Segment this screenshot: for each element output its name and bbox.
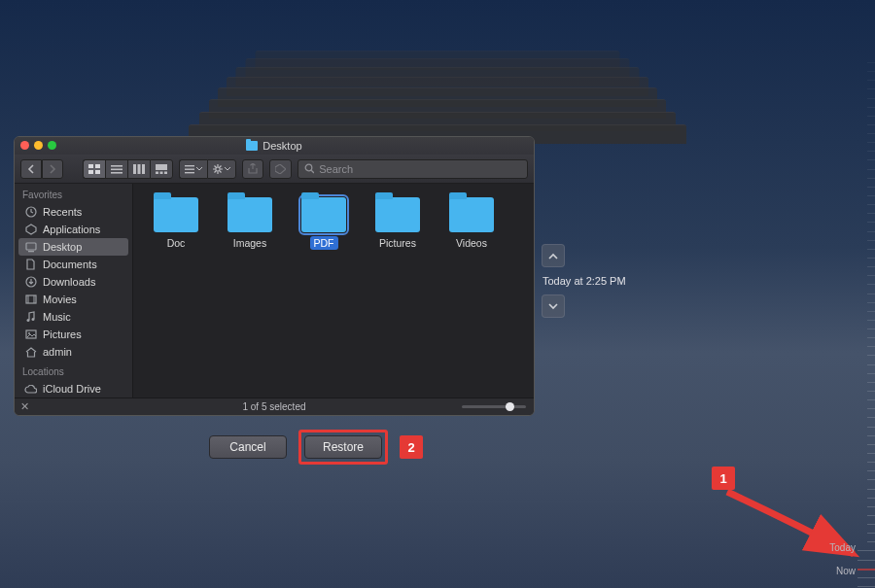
chevron-down-icon [548, 303, 558, 310]
window-controls [20, 141, 56, 150]
folder-pictures[interactable]: Pictures [363, 197, 433, 250]
sidebar-item-music[interactable]: Music [15, 308, 132, 326]
timeline-nav: Today at 2:25 PM [542, 244, 626, 318]
folder-icon [246, 141, 258, 151]
sidebar-item-label: iCloud Drive [43, 383, 101, 395]
download-icon [24, 276, 37, 288]
clock-icon [24, 206, 37, 218]
view-list-button[interactable] [105, 159, 127, 179]
svg-rect-10 [156, 164, 167, 170]
sidebar-item-pictures[interactable]: Pictures [15, 326, 132, 343]
svg-line-27 [311, 170, 314, 173]
folder-label: Videos [452, 236, 491, 250]
sidebar-item-applications[interactable]: Applications [15, 221, 132, 238]
chevron-right-icon [49, 164, 56, 174]
sidebar-section-locations: Locations [15, 361, 132, 380]
timeline-next-button[interactable] [542, 294, 565, 318]
sidebar-item-admin[interactable]: admin [15, 343, 132, 361]
app-icon [24, 224, 37, 235]
svg-rect-1 [95, 164, 100, 168]
sidebar-item-label: Desktop [43, 241, 82, 253]
timeline-timestamp: Today at 2:25 PM [542, 275, 626, 287]
minimize-window-icon[interactable] [34, 141, 43, 150]
cancel-button[interactable]: Cancel [209, 435, 287, 459]
desktop-icon [24, 241, 37, 253]
svg-line-22 [215, 165, 217, 167]
sidebar-item-recents[interactable]: Recents [15, 203, 132, 221]
sidebar-item-label: Movies [43, 294, 77, 305]
search-input[interactable] [319, 163, 521, 175]
sliders-icon [185, 164, 194, 174]
gallery-icon [156, 164, 167, 174]
annotation-step-2: 2 [400, 435, 423, 459]
svg-line-24 [220, 165, 222, 167]
content-area[interactable]: DocImagesPDFPicturesVideos [133, 184, 534, 398]
tag-icon [275, 164, 286, 174]
sidebar-item-label: Music [43, 311, 71, 323]
action-menu-button[interactable] [207, 159, 236, 179]
action-row: Cancel Restore 2 [209, 430, 423, 465]
sidebar-item-label: Applications [43, 224, 100, 235]
window-title: Desktop [262, 140, 301, 152]
finder-window: Desktop [14, 136, 535, 416]
svg-point-17 [216, 166, 220, 170]
folder-images[interactable]: Images [215, 197, 285, 250]
nav-back-button[interactable] [20, 159, 42, 179]
status-bar: ✕ 1 of 5 selected [15, 398, 534, 415]
folder-icon [228, 197, 272, 232]
svg-rect-6 [111, 172, 122, 174]
movie-icon [24, 294, 37, 305]
chevron-down-icon [225, 167, 230, 171]
timeline-prev-button[interactable] [542, 244, 565, 267]
sidebar-item-documents[interactable]: Documents [15, 256, 132, 273]
sidebar-item-label: Documents [43, 259, 97, 270]
share-button[interactable] [242, 159, 263, 179]
folder-pdf[interactable]: PDF [289, 197, 359, 250]
folder-doc[interactable]: Doc [141, 197, 211, 250]
search-field[interactable] [298, 159, 528, 179]
view-mode-segment [83, 159, 173, 179]
folder-label: Images [229, 236, 270, 250]
folder-icon [375, 197, 420, 232]
view-column-button[interactable] [127, 159, 150, 179]
chevron-up-icon [548, 253, 558, 259]
svg-rect-12 [160, 171, 163, 174]
sidebar-item-icloud-drive[interactable]: iCloud Drive [15, 380, 132, 398]
list-icon [111, 164, 122, 174]
svg-point-26 [305, 164, 312, 171]
icon-size-slider[interactable] [462, 405, 526, 408]
search-icon [304, 163, 314, 174]
sidebar-item-label: Pictures [43, 329, 82, 340]
folder-label: Pictures [375, 236, 420, 250]
folder-videos[interactable]: Videos [437, 197, 507, 250]
svg-rect-5 [111, 168, 122, 170]
sidebar-item-desktop[interactable]: Desktop [18, 238, 128, 256]
svg-rect-29 [26, 243, 36, 250]
svg-rect-9 [142, 164, 145, 174]
view-gallery-button[interactable] [150, 159, 173, 179]
folder-label: PDF [310, 236, 338, 250]
nav-forward-button[interactable] [42, 159, 63, 179]
chevron-left-icon [27, 164, 35, 174]
tags-button[interactable] [269, 159, 292, 179]
sidebar-item-label: Downloads [43, 276, 95, 288]
arrange-button[interactable] [179, 159, 207, 179]
home-icon [24, 346, 37, 358]
timeline-ruler[interactable]: Today Now [854, 60, 875, 588]
music-icon [24, 311, 37, 323]
folder-icon [449, 197, 494, 232]
sidebar-item-downloads[interactable]: Downloads [15, 273, 132, 291]
restore-button[interactable]: Restore [304, 435, 382, 459]
svg-rect-2 [88, 170, 93, 174]
sidebar-item-label: Recents [43, 206, 82, 218]
svg-point-36 [32, 318, 35, 321]
close-window-icon[interactable] [20, 141, 29, 150]
folder-icon [154, 197, 198, 232]
zoom-window-icon[interactable] [48, 141, 56, 150]
close-icon[interactable]: ✕ [20, 400, 29, 413]
svg-line-25 [215, 171, 217, 173]
view-icon-button[interactable] [83, 159, 105, 179]
sidebar-item-movies[interactable]: Movies [15, 291, 132, 308]
svg-rect-16 [185, 172, 194, 173]
svg-rect-3 [95, 170, 100, 174]
